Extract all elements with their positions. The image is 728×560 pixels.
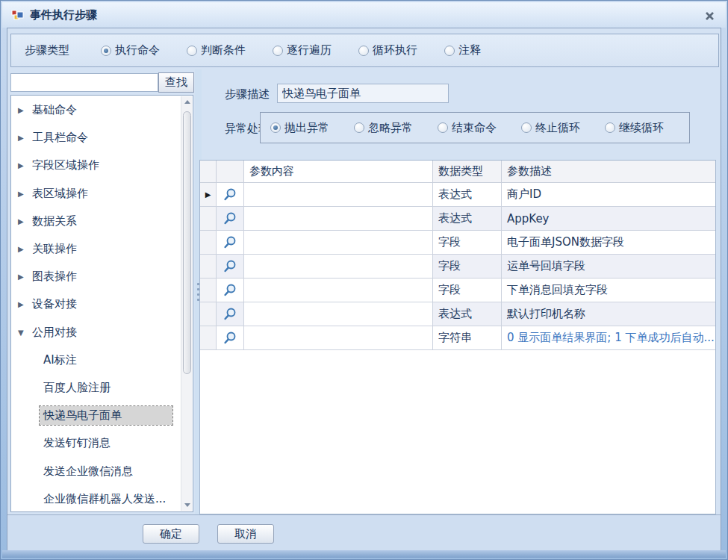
expander-icon[interactable]: [18, 161, 28, 169]
row-selector[interactable]: [200, 183, 217, 207]
tree-item-label: 字段区域操作: [28, 156, 103, 175]
header-data-type[interactable]: 数据类型: [433, 161, 502, 182]
search-button[interactable]: 查找: [158, 72, 194, 93]
form-icon: [11, 9, 24, 21]
tree-item[interactable]: 关联操作: [11, 235, 181, 263]
expander-icon[interactable]: [18, 190, 28, 198]
radio-icon: [444, 46, 455, 56]
grid-rows: 表达式 商户ID: [200, 183, 715, 350]
exception-radio[interactable]: 终止循环: [521, 121, 580, 135]
radio-icon: [605, 122, 615, 133]
expander-icon[interactable]: [18, 245, 28, 253]
radio-icon: [273, 46, 283, 56]
magnifier-icon: [223, 259, 237, 274]
radio-label: 注释: [458, 43, 481, 57]
header-lookup-column: [217, 161, 244, 182]
tree-item[interactable]: 数据关系: [11, 208, 181, 235]
lookup-button[interactable]: [220, 329, 240, 348]
lookup-button[interactable]: [220, 233, 240, 252]
param-content-cell[interactable]: [244, 207, 433, 231]
tree-item-label: AI标注: [40, 351, 81, 370]
ok-button[interactable]: 确定: [143, 524, 199, 544]
magnifier-icon: [223, 187, 237, 202]
exception-radio[interactable]: 继续循环: [605, 121, 664, 135]
search-input[interactable]: [10, 73, 158, 92]
exception-radio[interactable]: 忽略异常: [354, 121, 413, 135]
scroll-down-icon[interactable]: [181, 500, 193, 511]
tree-item[interactable]: 表区域操作: [11, 180, 181, 208]
step-type-radio[interactable]: 执行命令: [101, 43, 160, 57]
lookup-button[interactable]: [220, 209, 240, 228]
command-tree: 基础命令 工具栏命令 字段区域操作 表区域操作: [10, 95, 193, 512]
step-type-radio[interactable]: 判断条件: [187, 43, 246, 57]
scrollbar-thumb[interactable]: [183, 111, 191, 374]
data-type-cell: 字符串: [433, 326, 502, 350]
row-selector[interactable]: [200, 302, 217, 326]
command-tree-items: 基础命令 工具栏命令 字段区域操作 表区域操作: [11, 96, 181, 512]
header-param-desc[interactable]: 参数描述: [502, 161, 715, 182]
close-icon: [705, 11, 715, 21]
step-type-radio[interactable]: 循环执行: [358, 43, 417, 57]
close-button[interactable]: [702, 8, 717, 23]
step-type-radio[interactable]: 逐行遍历: [273, 43, 332, 57]
cancel-button[interactable]: 取消: [217, 524, 274, 544]
param-content-cell[interactable]: [244, 231, 433, 255]
expander-icon[interactable]: [18, 217, 28, 225]
exception-radio[interactable]: 抛出异常: [270, 121, 329, 135]
tree-item[interactable]: 发送钉钉消息: [11, 429, 181, 457]
data-type-cell: 表达式: [433, 183, 502, 207]
step-desc-input[interactable]: [277, 84, 449, 103]
step-type-radio[interactable]: 注释: [444, 43, 481, 57]
radio-label: 循环执行: [373, 43, 417, 57]
expander-icon[interactable]: [18, 273, 28, 281]
row-selector[interactable]: [200, 326, 217, 350]
table-row: 字段 运单号回填字段: [200, 255, 715, 279]
magnifier-icon: [223, 283, 237, 298]
expander-icon[interactable]: [18, 329, 28, 337]
expander-icon[interactable]: [18, 300, 28, 308]
row-selector[interactable]: [200, 255, 217, 279]
tree-item[interactable]: 快递鸟电子面单: [11, 402, 181, 429]
scroll-up-icon[interactable]: [181, 96, 193, 108]
tree-item[interactable]: 基础命令: [11, 96, 181, 124]
tree-item[interactable]: 企业微信群机器人发送...: [11, 485, 181, 512]
param-content-cell[interactable]: [244, 302, 433, 326]
tree-item[interactable]: 工具栏命令: [11, 124, 181, 152]
table-row: 字符串 0 显示面单结果界面; 1 下单成功后自动...: [200, 326, 715, 350]
param-content-cell[interactable]: [244, 183, 433, 207]
tree-item-label: 企业微信群机器人发送...: [40, 490, 169, 508]
expander-icon[interactable]: [18, 106, 28, 114]
tree-item[interactable]: 公用对接: [11, 319, 181, 346]
param-content-cell[interactable]: [244, 279, 433, 302]
tree-scrollbar[interactable]: [181, 96, 192, 511]
tree-item[interactable]: 发送企业微信消息: [11, 457, 181, 485]
tree-item[interactable]: 百度人脸注册: [11, 374, 181, 402]
radio-label: 抛出异常: [284, 121, 329, 135]
magnifier-icon: [223, 331, 237, 346]
exception-radio[interactable]: 结束命令: [438, 121, 497, 135]
param-content-cell[interactable]: [244, 255, 433, 279]
expander-icon[interactable]: [18, 134, 28, 142]
radio-label: 逐行遍历: [287, 43, 332, 57]
tree-item[interactable]: 设备对接: [11, 290, 181, 318]
tree-item[interactable]: 图表操作: [11, 263, 181, 290]
radio-icon: [438, 122, 448, 133]
param-content-cell[interactable]: [244, 326, 433, 350]
tree-item[interactable]: 字段区域操作: [11, 152, 181, 179]
row-selector[interactable]: [200, 207, 217, 231]
lookup-cell: [217, 231, 244, 255]
lookup-button[interactable]: [220, 281, 240, 300]
lookup-button[interactable]: [220, 185, 240, 205]
radio-icon: [358, 46, 369, 56]
radio-label: 结束命令: [452, 121, 497, 135]
lookup-button[interactable]: [220, 257, 240, 276]
window-title: 事件执行步骤: [30, 8, 97, 22]
lookup-cell: [217, 326, 244, 350]
header-param-content[interactable]: 参数内容: [244, 161, 433, 182]
lookup-button[interactable]: [220, 305, 240, 324]
tree-item[interactable]: AI标注: [11, 346, 181, 374]
row-selector[interactable]: [200, 231, 217, 255]
lookup-cell: [217, 302, 244, 326]
row-selector[interactable]: [200, 279, 217, 302]
data-type-cell: 字段: [433, 279, 502, 302]
